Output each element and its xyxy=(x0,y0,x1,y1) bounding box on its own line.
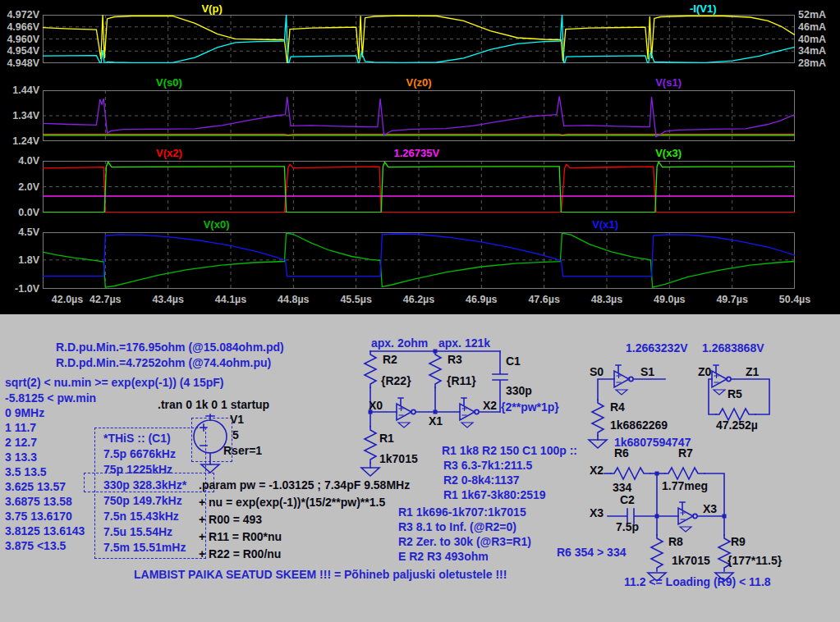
component-label[interactable]: S0 xyxy=(590,365,604,378)
schematic-annotation[interactable]: 1.2663232V xyxy=(626,341,688,354)
component-label[interactable]: R8 xyxy=(668,535,683,548)
component-label[interactable]: + nu = exp(exp(-1))*(15/2**pw)**1.5 xyxy=(199,496,385,509)
schematic-annotation[interactable]: 330p 328.3kHz* xyxy=(103,478,186,492)
schematic-annotation[interactable]: 7.5n 15.43kHz xyxy=(103,510,179,523)
schematic-annotation[interactable]: 11.2 <= Loading (R9) < 11.8 xyxy=(624,575,771,588)
component-label[interactable]: 5 xyxy=(232,428,239,441)
schematic-annotation[interactable]: E R2 R3 493ohm xyxy=(398,550,489,563)
schematic-annotation[interactable]: apx. 121k xyxy=(438,336,490,350)
trace-label[interactable]: -I(V1) xyxy=(645,2,760,15)
component-label[interactable]: X0 xyxy=(369,399,383,412)
waveform-panel-2[interactable] xyxy=(43,90,795,141)
component-label[interactable]: X1 xyxy=(429,414,443,428)
component-label[interactable]: 1k7015 xyxy=(672,554,710,567)
schematic-editor[interactable]: R.D.pu.Min.=176.95ohm (@15.084ohm.pd)R.D… xyxy=(0,314,840,622)
component-label[interactable]: .tran 0 1k 0 1 startup xyxy=(158,398,269,411)
schematic-annotation[interactable]: sqrt(2) < nu.min >= exp(exp(-1)) (4 15pF… xyxy=(5,376,223,389)
schematic-annotation[interactable]: R3 8.1 to Inf. (@R2=0) xyxy=(398,520,516,533)
component-label[interactable]: X2 xyxy=(483,399,497,412)
trace-label[interactable]: V(s0) xyxy=(112,76,227,89)
waveform-viewer[interactable]: 4.972V4.966V4.960V4.954V4.948V52mA46mA40… xyxy=(0,0,840,314)
schematic-annotation[interactable]: 7.5m 15.51mHz xyxy=(103,541,186,554)
component-label[interactable]: + R22 = R00/nu xyxy=(199,547,281,560)
component-label[interactable]: R5 xyxy=(728,387,742,400)
waveform-panel-1[interactable] xyxy=(43,15,795,63)
buffer-S[interactable] xyxy=(614,365,633,395)
component-label[interactable]: + R11 = R00*nu xyxy=(199,530,282,543)
schematic-annotation[interactable]: LAMBIST PAIKA SEATUD SKEEM !!! = Põhineb… xyxy=(134,568,507,581)
trace-label[interactable]: V(z0) xyxy=(361,76,476,89)
component-label[interactable]: 334 xyxy=(613,481,631,494)
schematic-annotation[interactable]: R1 1k8 R2 150 C1 100p :: xyxy=(442,444,577,457)
schematic-annotation[interactable]: -5.8125 < pw.min xyxy=(5,391,96,405)
waveform-panel-3[interactable] xyxy=(43,161,795,213)
trace-label[interactable]: V(x2) xyxy=(112,147,227,159)
component-label[interactable]: R3 xyxy=(448,353,462,366)
component-label[interactable]: 47.252µ xyxy=(716,418,758,432)
component-label[interactable]: 1k6862269 xyxy=(610,418,668,432)
schematic-annotation[interactable]: 3.75 13.6170 xyxy=(5,510,72,523)
component-label[interactable]: S1 xyxy=(640,365,654,378)
trace-label[interactable]: V(s1) xyxy=(611,76,726,89)
component-label[interactable]: C2 xyxy=(620,493,635,506)
schematic-annotation[interactable]: 7.5p 6676kHz xyxy=(103,447,176,460)
schematic-annotation[interactable]: 3.6875 13.58 xyxy=(5,495,72,508)
schematic-annotation[interactable]: R.D.pu.Min.=176.95ohm (@15.084ohm.pd) xyxy=(56,341,284,354)
component-label[interactable]: 330p xyxy=(506,384,532,397)
component-label[interactable]: Z0 xyxy=(698,365,711,378)
component-label[interactable]: R7 xyxy=(678,446,693,460)
component-label[interactable]: R1 xyxy=(379,432,394,445)
y-axis-tick: 4.948V xyxy=(0,57,39,69)
schematic-annotation[interactable]: R2 0-8k4:1137 xyxy=(443,473,520,487)
component-label[interactable]: {R22} xyxy=(381,374,411,387)
schematic-annotation[interactable]: 7.5u 15.54Hz xyxy=(103,525,172,538)
component-label[interactable]: 1k7015 xyxy=(379,452,418,465)
waveform-panel-4[interactable] xyxy=(43,232,795,289)
schematic-annotation[interactable]: 3 13.3 xyxy=(5,450,37,464)
schematic-annotation[interactable]: 75p 1225kHz xyxy=(103,463,172,476)
schematic-annotation[interactable]: 3.625 13.57 xyxy=(5,480,66,493)
schematic-annotation[interactable]: 1 11.7 xyxy=(5,421,36,434)
trace-label[interactable]: V(x1) xyxy=(548,218,663,231)
trace-label[interactable]: V(x3) xyxy=(611,147,726,159)
schematic-annotation[interactable]: R3 6.3-7k1:211.5 xyxy=(443,459,532,472)
component-label[interactable]: X3 xyxy=(590,506,604,519)
schematic-annotation[interactable]: 0 9MHz xyxy=(5,406,44,419)
schematic-annotation[interactable]: R1 1k67-3k80:2519 xyxy=(443,488,546,501)
buffer-X0[interactable] xyxy=(397,398,415,428)
schematic-annotation[interactable]: *THiS :: (C1) xyxy=(103,432,171,445)
component-label[interactable]: Z1 xyxy=(746,365,759,378)
component-label[interactable]: R4 xyxy=(610,400,625,414)
trace-label[interactable]: 1.26735V xyxy=(359,147,474,159)
schematic-annotation[interactable]: R2 Zer. to 30k (@R3=R1) xyxy=(398,535,531,548)
schematic-annotation[interactable]: apx. 2ohm xyxy=(371,336,428,350)
component-label[interactable]: .param pw = -1.03125 ; 7.34pF 9.58MHz xyxy=(199,478,410,492)
component-label[interactable]: V1 xyxy=(230,413,244,426)
component-label[interactable]: 7.5p xyxy=(616,520,639,533)
schematic-annotation[interactable]: {2**pw*1p} xyxy=(501,400,559,414)
schematic-annotation[interactable]: 3.8125 13.6143 xyxy=(5,524,85,537)
component-label[interactable]: X3 xyxy=(703,502,717,515)
trace-label[interactable]: V(p) xyxy=(154,2,269,15)
component-label[interactable]: R6 xyxy=(614,446,629,460)
schematic-annotation[interactable]: 2 12.7 xyxy=(5,436,37,449)
schematic-annotation[interactable]: 3.875 <13.5 xyxy=(5,539,66,552)
component-label[interactable]: 1.77meg xyxy=(662,479,708,492)
schematic-annotation[interactable]: R1 1k696-1k707:1k7015 xyxy=(398,505,526,519)
component-label[interactable]: {177*11.5} xyxy=(728,554,782,567)
schematic-annotation[interactable]: 1.2683868V xyxy=(702,341,764,354)
buffer-X3[interactable] xyxy=(678,502,697,532)
schematic-annotation[interactable]: 3.5 13.5 xyxy=(5,465,47,478)
component-label[interactable]: + R00 = 493 xyxy=(199,513,262,526)
buffer-X1[interactable] xyxy=(460,398,479,428)
component-label[interactable]: R2 xyxy=(383,353,397,366)
schematic-annotation[interactable]: 750p 149.7kHz xyxy=(103,494,182,507)
component-label[interactable]: {R11} xyxy=(447,374,476,387)
schematic-annotation[interactable]: R6 354 > 334 xyxy=(557,546,626,559)
component-label[interactable]: R9 xyxy=(731,535,746,548)
component-label[interactable]: C1 xyxy=(506,354,521,368)
schematic-annotation[interactable]: R.D.pd.Min.=4.7252ohm (@74.4ohm.pu) xyxy=(56,356,271,369)
component-label[interactable]: Rser=1 xyxy=(223,444,262,457)
trace-label[interactable]: V(x0) xyxy=(159,218,274,231)
component-label[interactable]: X2 xyxy=(590,464,604,477)
